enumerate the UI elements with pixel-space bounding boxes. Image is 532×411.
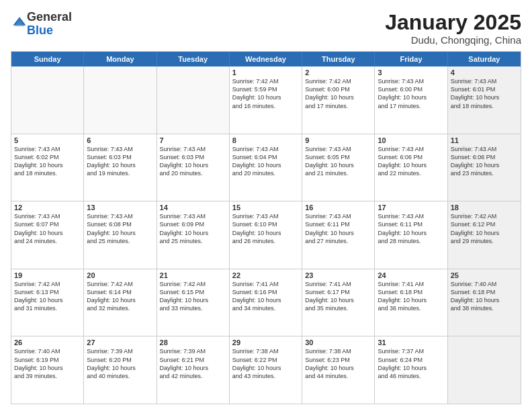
- cell-text: Sunrise: 7:40 AM Sunset: 6:19 PM Dayligh…: [14, 347, 81, 380]
- calendar-cell: 5Sunrise: 7:43 AM Sunset: 6:02 PM Daylig…: [11, 134, 84, 201]
- calendar-row: 1Sunrise: 7:42 AM Sunset: 5:59 PM Daylig…: [11, 66, 521, 134]
- day-number: 20: [87, 271, 153, 279]
- cell-text: Sunrise: 7:38 AM Sunset: 6:22 PM Dayligh…: [232, 347, 299, 380]
- day-number: 28: [160, 338, 226, 347]
- calendar-cell: [11, 66, 84, 134]
- cell-text: Sunrise: 7:43 AM Sunset: 6:06 PM Dayligh…: [451, 145, 518, 178]
- cell-text: Sunrise: 7:42 AM Sunset: 6:00 PM Dayligh…: [305, 77, 371, 110]
- day-number: 9: [305, 136, 371, 144]
- calendar-cell: 2Sunrise: 7:42 AM Sunset: 6:00 PM Daylig…: [302, 66, 375, 134]
- calendar-row: 26Sunrise: 7:40 AM Sunset: 6:19 PM Dayli…: [11, 336, 521, 404]
- cell-text: Sunrise: 7:43 AM Sunset: 6:00 PM Dayligh…: [378, 77, 444, 110]
- calendar-cell: 21Sunrise: 7:42 AM Sunset: 6:15 PM Dayli…: [157, 269, 230, 336]
- cell-text: Sunrise: 7:43 AM Sunset: 6:11 PM Dayligh…: [378, 212, 444, 245]
- cell-text: Sunrise: 7:43 AM Sunset: 6:01 PM Dayligh…: [451, 77, 518, 110]
- cell-text: Sunrise: 7:41 AM Sunset: 6:18 PM Dayligh…: [378, 280, 444, 313]
- cell-text: Sunrise: 7:41 AM Sunset: 6:16 PM Dayligh…: [232, 280, 299, 313]
- day-number: 10: [378, 136, 444, 144]
- calendar-cell: 17Sunrise: 7:43 AM Sunset: 6:11 PM Dayli…: [375, 201, 447, 269]
- logo: General Blue: [11, 11, 72, 38]
- calendar-row: 12Sunrise: 7:43 AM Sunset: 6:07 PM Dayli…: [11, 201, 521, 269]
- calendar-cell: 14Sunrise: 7:43 AM Sunset: 6:09 PM Dayli…: [157, 201, 230, 269]
- cell-text: Sunrise: 7:43 AM Sunset: 6:07 PM Dayligh…: [14, 212, 81, 245]
- day-number: 11: [451, 136, 518, 144]
- title-block: January 2025 Dudu, Chongqing, China: [385, 11, 521, 46]
- calendar-cell: 29Sunrise: 7:38 AM Sunset: 6:22 PM Dayli…: [230, 336, 302, 404]
- cell-text: Sunrise: 7:42 AM Sunset: 6:14 PM Dayligh…: [87, 280, 153, 313]
- calendar-cell: [157, 66, 230, 134]
- cell-text: Sunrise: 7:41 AM Sunset: 6:17 PM Dayligh…: [305, 280, 371, 313]
- day-number: 14: [160, 203, 226, 212]
- day-number: 5: [14, 136, 81, 144]
- calendar-cell: 7Sunrise: 7:43 AM Sunset: 6:03 PM Daylig…: [157, 134, 230, 201]
- logo-icon: [12, 15, 27, 30]
- cell-text: Sunrise: 7:38 AM Sunset: 6:23 PM Dayligh…: [305, 347, 371, 380]
- calendar-cell: 19Sunrise: 7:42 AM Sunset: 6:13 PM Dayli…: [11, 269, 84, 336]
- cell-text: Sunrise: 7:40 AM Sunset: 6:18 PM Dayligh…: [451, 280, 518, 313]
- day-number: 24: [378, 271, 444, 279]
- cell-text: Sunrise: 7:43 AM Sunset: 6:05 PM Dayligh…: [305, 145, 371, 178]
- cell-text: Sunrise: 7:39 AM Sunset: 6:21 PM Dayligh…: [160, 347, 226, 380]
- cell-text: Sunrise: 7:39 AM Sunset: 6:20 PM Dayligh…: [87, 347, 153, 380]
- day-number: 31: [378, 338, 444, 347]
- day-number: 30: [305, 338, 371, 347]
- calendar-body: 1Sunrise: 7:42 AM Sunset: 5:59 PM Daylig…: [11, 66, 521, 404]
- cell-text: Sunrise: 7:43 AM Sunset: 6:02 PM Dayligh…: [14, 145, 81, 178]
- calendar-cell: 11Sunrise: 7:43 AM Sunset: 6:06 PM Dayli…: [448, 134, 521, 201]
- day-number: 23: [305, 271, 371, 279]
- cell-text: Sunrise: 7:37 AM Sunset: 6:24 PM Dayligh…: [378, 347, 444, 380]
- day-number: 13: [87, 203, 153, 212]
- cell-text: Sunrise: 7:43 AM Sunset: 6:11 PM Dayligh…: [305, 212, 371, 245]
- day-number: 19: [14, 271, 81, 279]
- calendar-cell: [448, 336, 521, 404]
- calendar-cell: 9Sunrise: 7:43 AM Sunset: 6:05 PM Daylig…: [302, 134, 375, 201]
- day-number: 6: [87, 136, 153, 144]
- calendar-cell: 23Sunrise: 7:41 AM Sunset: 6:17 PM Dayli…: [302, 269, 375, 336]
- cell-text: Sunrise: 7:43 AM Sunset: 6:06 PM Dayligh…: [378, 145, 444, 178]
- cell-text: Sunrise: 7:43 AM Sunset: 6:03 PM Dayligh…: [160, 145, 226, 178]
- day-number: 7: [160, 136, 226, 144]
- calendar-cell: 22Sunrise: 7:41 AM Sunset: 6:16 PM Dayli…: [230, 269, 302, 336]
- calendar-cell: 18Sunrise: 7:42 AM Sunset: 6:12 PM Dayli…: [448, 201, 521, 269]
- calendar-row: 5Sunrise: 7:43 AM Sunset: 6:02 PM Daylig…: [11, 134, 521, 201]
- calendar-header: SundayMondayTuesdayWednesdayThursdayFrid…: [11, 52, 521, 66]
- calendar-cell: 25Sunrise: 7:40 AM Sunset: 6:18 PM Dayli…: [448, 269, 521, 336]
- calendar-cell: 13Sunrise: 7:43 AM Sunset: 6:08 PM Dayli…: [84, 201, 157, 269]
- day-number: 21: [160, 271, 226, 279]
- day-number: 27: [87, 338, 153, 347]
- calendar-cell: 16Sunrise: 7:43 AM Sunset: 6:11 PM Dayli…: [302, 201, 375, 269]
- calendar-cell: 24Sunrise: 7:41 AM Sunset: 6:18 PM Dayli…: [375, 269, 447, 336]
- day-number: 16: [305, 203, 371, 212]
- calendar-cell: 8Sunrise: 7:43 AM Sunset: 6:04 PM Daylig…: [230, 134, 302, 201]
- day-number: 26: [14, 338, 81, 347]
- calendar-cell: 27Sunrise: 7:39 AM Sunset: 6:20 PM Dayli…: [84, 336, 157, 404]
- logo-text: General Blue: [27, 11, 72, 38]
- day-number: 15: [232, 203, 299, 212]
- header-day-sunday: Sunday: [11, 52, 84, 66]
- day-number: 25: [451, 271, 518, 279]
- header-day-thursday: Thursday: [302, 52, 375, 66]
- day-number: 22: [232, 271, 299, 279]
- calendar-cell: 28Sunrise: 7:39 AM Sunset: 6:21 PM Dayli…: [157, 336, 230, 404]
- calendar-row: 19Sunrise: 7:42 AM Sunset: 6:13 PM Dayli…: [11, 269, 521, 336]
- calendar-cell: 26Sunrise: 7:40 AM Sunset: 6:19 PM Dayli…: [11, 336, 84, 404]
- header-day-saturday: Saturday: [448, 52, 521, 66]
- calendar-cell: 15Sunrise: 7:43 AM Sunset: 6:10 PM Dayli…: [230, 201, 302, 269]
- header-day-friday: Friday: [375, 52, 447, 66]
- cell-text: Sunrise: 7:42 AM Sunset: 6:13 PM Dayligh…: [14, 280, 81, 313]
- calendar-cell: 20Sunrise: 7:42 AM Sunset: 6:14 PM Dayli…: [84, 269, 157, 336]
- day-number: 17: [378, 203, 444, 212]
- cell-text: Sunrise: 7:43 AM Sunset: 6:09 PM Dayligh…: [160, 212, 226, 245]
- day-number: 12: [14, 203, 81, 212]
- page: General Blue January 2025 Dudu, Chongqin…: [0, 0, 532, 411]
- calendar-cell: 10Sunrise: 7:43 AM Sunset: 6:06 PM Dayli…: [375, 134, 447, 201]
- day-number: 29: [232, 338, 299, 347]
- calendar-cell: [84, 66, 157, 134]
- day-number: 4: [451, 68, 518, 77]
- title-location: Dudu, Chongqing, China: [385, 34, 521, 46]
- day-number: 3: [378, 68, 444, 77]
- calendar-cell: 6Sunrise: 7:43 AM Sunset: 6:03 PM Daylig…: [84, 134, 157, 201]
- cell-text: Sunrise: 7:42 AM Sunset: 6:15 PM Dayligh…: [160, 280, 226, 313]
- logo-blue: Blue: [27, 24, 53, 37]
- day-number: 1: [232, 68, 299, 77]
